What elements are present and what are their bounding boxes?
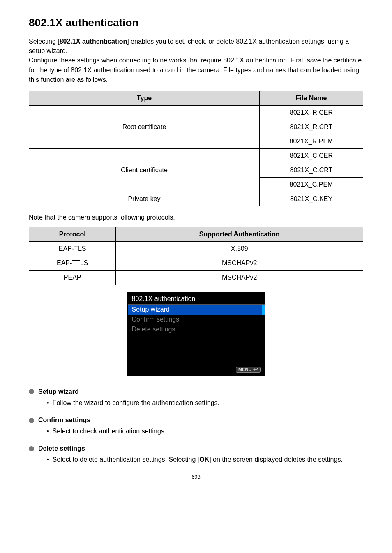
bullet-char: • (47, 398, 49, 407)
table-row: Root certificate 8021X_R.CER (29, 105, 363, 120)
page-heading: 802.1X authentication (29, 16, 363, 29)
camera-menu-screenshot: 802.1X authentication Setup wizard Confi… (127, 292, 265, 376)
cell-protocol: EAP-TTLS (29, 256, 116, 270)
cell-filename: 8021X_R.PEM (259, 134, 363, 148)
sub-bullet-text: Select to check authentication settings. (53, 426, 166, 436)
section-header: Delete settings (29, 445, 363, 452)
cell-filename: 8021X_C.CRT (259, 163, 363, 177)
section-header: Setup wizard (29, 388, 363, 396)
menu-spacer (128, 334, 265, 364)
file-types-table: Type File Name Root certificate 8021X_R.… (29, 91, 363, 206)
cell-filename: 8021X_C.PEM (259, 177, 363, 192)
bullet-char: • (47, 426, 49, 436)
table-row: Client certificate 8021X_C.CER (29, 148, 363, 163)
table-header-auth: Supported Authentication (116, 227, 363, 241)
sub-bullet-text: Follow the wizard to configure the authe… (53, 398, 219, 407)
sub-bullet: • Follow the wizard to configure the aut… (47, 398, 363, 407)
section-title: Delete settings (38, 445, 85, 452)
cell-filename: 8021X_C.CER (259, 148, 363, 163)
intro-text-2: Configure these settings when connecting… (29, 57, 362, 83)
menu-footer: MENU (128, 364, 265, 375)
protocols-note: Note that the camera supports following … (29, 214, 363, 221)
page-number: 693 (29, 474, 363, 480)
text-prefix: Select to delete authentication settings… (53, 456, 200, 463)
menu-back-badge: MENU (236, 367, 260, 373)
section-title: Setup wizard (38, 388, 79, 396)
table-header-filename: File Name (259, 91, 363, 105)
cell-protocol: PEAP (29, 270, 116, 285)
table-row: Private key 8021X_C.KEY (29, 192, 363, 206)
cell-type: Client certificate (29, 148, 260, 192)
text-bold-ok: OK (199, 456, 209, 463)
bold-setting-name: 802.1X authentication (60, 38, 127, 45)
cell-type: Root certificate (29, 105, 260, 148)
bullet-icon (29, 389, 34, 394)
bullet-icon (29, 446, 34, 451)
text-suffix: ] on the screen displayed deletes the se… (209, 456, 343, 463)
cell-type: Private key (29, 192, 260, 206)
cell-protocol: EAP-TLS (29, 241, 116, 256)
section-setup-wizard: Setup wizard • Follow the wizard to conf… (29, 388, 363, 407)
cell-auth: X.509 (116, 241, 363, 256)
sub-bullet-text: Select to delete authentication settings… (53, 455, 343, 464)
cell-filename: 8021X_C.KEY (259, 192, 363, 206)
menu-badge-label: MENU (238, 367, 251, 372)
table-row: EAP-TTLS MSCHAPv2 (29, 256, 363, 270)
table-row: EAP-TLS X.509 (29, 241, 363, 256)
intro-text: Selecting [ (29, 38, 60, 45)
section-header: Confirm settings (29, 416, 363, 424)
sub-bullet: • Select to check authentication setting… (47, 426, 363, 436)
menu-item-setup-wizard: Setup wizard (128, 305, 265, 315)
protocols-table: Protocol Supported Authentication EAP-TL… (29, 227, 363, 285)
intro-paragraph-1: Selecting [802.1X authentication] enable… (29, 37, 363, 84)
bullet-icon (29, 418, 34, 423)
cell-filename: 8021X_R.CER (259, 105, 363, 120)
sub-bullet: • Select to delete authentication settin… (47, 455, 363, 464)
section-title: Confirm settings (38, 416, 90, 424)
table-header-type: Type (29, 91, 260, 105)
menu-item-confirm-settings: Confirm settings (128, 315, 265, 324)
table-row: PEAP MSCHAPv2 (29, 270, 363, 285)
cell-auth: MSCHAPv2 (116, 270, 363, 285)
menu-title: 802.1X authentication (128, 293, 265, 304)
bullet-char: • (47, 455, 49, 464)
table-header-protocol: Protocol (29, 227, 116, 241)
return-icon (253, 368, 258, 372)
menu-item-delete-settings: Delete settings (128, 324, 265, 334)
section-confirm-settings: Confirm settings • Select to check authe… (29, 416, 363, 436)
section-delete-settings: Delete settings • Select to delete authe… (29, 445, 363, 464)
cell-auth: MSCHAPv2 (116, 256, 363, 270)
cell-filename: 8021X_R.CRT (259, 120, 363, 134)
